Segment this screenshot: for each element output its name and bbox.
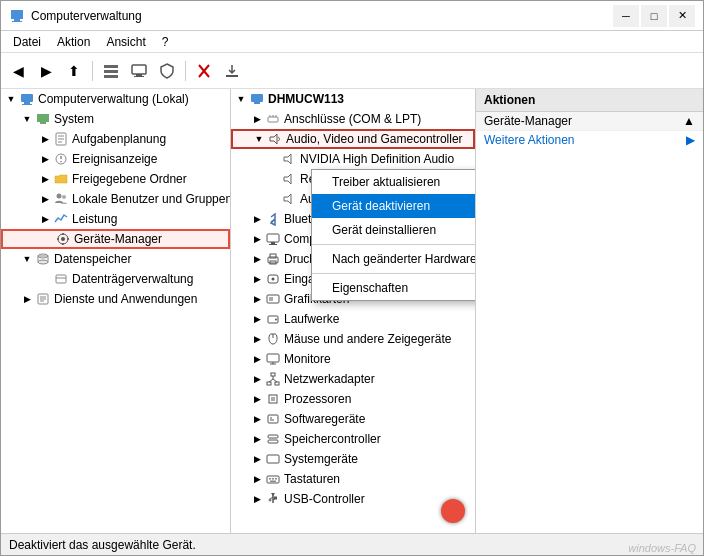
delete-button[interactable] [191, 58, 217, 84]
eingabe-icon [265, 271, 281, 287]
svg-marker-49 [284, 174, 291, 184]
minimize-button[interactable]: ─ [613, 5, 639, 27]
speicher-label: Speichercontroller [284, 432, 381, 446]
left-panel: ▼ Computerverwaltung (Lokal) ▼ System ▶ [1, 89, 231, 533]
ctx-deaktivieren[interactable]: Gerät deaktivieren [312, 194, 476, 218]
maeuse-exp: ▶ [249, 331, 265, 347]
actions-subheader[interactable]: Geräte-Manager ▲ [476, 112, 703, 131]
right-panel: Aktionen Geräte-Manager ▲ Weitere Aktion… [476, 89, 703, 533]
back-button[interactable]: ◀ [5, 58, 31, 84]
aufgaben-expander: ▶ [37, 131, 53, 147]
tree-ereignis[interactable]: ▶ Ereignisanzeige [1, 149, 230, 169]
menu-datei[interactable]: Datei [5, 33, 49, 51]
svg-rect-0 [11, 10, 23, 19]
mid-software[interactable]: ▶ Softwaregeräte [231, 409, 475, 429]
tree-benutzer[interactable]: ▶ Lokale Benutzer und Gruppen [1, 189, 230, 209]
ereignis-icon [53, 151, 69, 167]
mid-maeuse[interactable]: ▶ Mäuse und andere Zeigegeräte [231, 329, 475, 349]
benutzer-expander: ▶ [37, 191, 53, 207]
tree-aufgaben[interactable]: ▶ Aufgabenplanung [1, 129, 230, 149]
menu-help[interactable]: ? [154, 33, 177, 51]
mid-audio[interactable]: ▼ Audio, Video und Gamecontroller [231, 129, 475, 149]
mid-anschluesse[interactable]: ▶ Anschlüsse (COM & LPT) [231, 109, 475, 129]
datentraeger-icon [53, 271, 69, 287]
monitore-label: Monitore [284, 352, 331, 366]
title-bar: Computerverwaltung ─ □ ✕ [1, 1, 703, 31]
watermark: windows-FAQ [628, 542, 696, 554]
sysgeraete-exp: ▶ [249, 451, 265, 467]
svg-rect-8 [134, 76, 144, 77]
context-menu: Treiber aktualisieren Gerät deaktivieren… [311, 169, 476, 301]
tastaturen-icon [265, 471, 281, 487]
tree-root[interactable]: ▼ Computerverwaltung (Lokal) [1, 89, 230, 109]
laufwerke-icon [265, 311, 281, 327]
mid-netzwerk[interactable]: ▶ Netzwerkadapter [231, 369, 475, 389]
tree-datentraeger[interactable]: Datenträgerverwaltung [1, 269, 230, 289]
svg-rect-79 [268, 440, 278, 443]
speicher-icon [265, 431, 281, 447]
mid-root[interactable]: ▼ DHMUCW113 [231, 89, 475, 109]
tastaturen-label: Tastaturen [284, 472, 340, 486]
computer-button[interactable] [126, 58, 152, 84]
netzwerk-label: Netzwerkadapter [284, 372, 375, 386]
software-icon [265, 411, 281, 427]
tree-geraete[interactable]: Geräte-Manager [1, 229, 230, 249]
mid-sysgeraete[interactable]: ▶ Systemgeräte [231, 449, 475, 469]
mid-laufwerke[interactable]: ▶ Laufwerke [231, 309, 475, 329]
mid-usb[interactable]: ▶ USB-Controller [231, 489, 475, 509]
mid-prozessoren[interactable]: ▶ Prozessoren [231, 389, 475, 409]
freigabe-icon [53, 171, 69, 187]
svg-rect-4 [104, 70, 118, 73]
audio-exp: ▼ [251, 131, 267, 147]
ctx-deinstallieren[interactable]: Gerät deinstallieren [312, 218, 476, 242]
tree-system[interactable]: ▼ System [1, 109, 230, 129]
tree-freigabe[interactable]: ▶ Freigegebene Ordner [1, 169, 230, 189]
close-button[interactable]: ✕ [669, 5, 695, 27]
svg-rect-13 [24, 102, 30, 104]
svg-rect-69 [275, 382, 279, 385]
mid-nvidia[interactable]: NVIDIA High Definition Audio [231, 149, 475, 169]
mid-monitore[interactable]: ▶ Monitore [231, 349, 475, 369]
svg-rect-68 [267, 382, 271, 385]
ctx-eigenschaften[interactable]: Eigenschaften [312, 276, 476, 300]
forward-button[interactable]: ▶ [33, 58, 59, 84]
menu-aktion[interactable]: Aktion [49, 33, 98, 51]
ctx-hardware[interactable]: Nach geänderter Hardware su... [312, 247, 476, 271]
svg-point-62 [275, 319, 277, 321]
main-window: Computerverwaltung ─ □ ✕ Datei Aktion An… [0, 0, 704, 556]
show-hide-button[interactable] [98, 58, 124, 84]
usb-exp: ▶ [249, 491, 265, 507]
svg-rect-53 [269, 244, 277, 245]
tree-datenspeicher[interactable]: ▼ Datenspeicher [1, 249, 230, 269]
mid-speicher[interactable]: ▶ Speichercontroller [231, 429, 475, 449]
tree-dienste[interactable]: ▶ Dienste und Anwendungen [1, 289, 230, 309]
leistung-label: Leistung [72, 212, 117, 226]
nvidia-exp [265, 151, 281, 167]
ctx-treiber[interactable]: Treiber aktualisieren [312, 170, 476, 194]
mid-root-label: DHMUCW113 [268, 92, 344, 106]
svg-rect-41 [251, 94, 263, 102]
svg-rect-11 [226, 75, 238, 77]
software-exp: ▶ [249, 411, 265, 427]
maeuse-label: Mäuse und andere Zeigegeräte [284, 332, 451, 346]
laufwerke-label: Laufwerke [284, 312, 339, 326]
svg-rect-60 [269, 297, 273, 301]
svg-rect-82 [269, 478, 271, 480]
computer-icon [265, 231, 281, 247]
ereignis-expander: ▶ [37, 151, 53, 167]
action-weitere[interactable]: Weitere Aktionen ▶ [476, 131, 703, 149]
root-expander: ▼ [3, 91, 19, 107]
export-button[interactable] [219, 58, 245, 84]
middle-panel: ▼ DHMUCW113 ▶ Anschlüsse (COM & LPT) ▼ [231, 89, 476, 533]
geraete-label: Geräte-Manager [74, 232, 162, 246]
menu-ansicht[interactable]: Ansicht [98, 33, 153, 51]
mid-tastaturen[interactable]: ▶ Tastaturen [231, 469, 475, 489]
software-label: Softwaregeräte [284, 412, 365, 426]
up-button[interactable]: ⬆ [61, 58, 87, 84]
maximize-button[interactable]: □ [641, 5, 667, 27]
mid-root-expander: ▼ [233, 91, 249, 107]
svg-rect-12 [21, 94, 33, 102]
security-button[interactable] [154, 58, 180, 84]
tree-leistung[interactable]: ▶ Leistung [1, 209, 230, 229]
aufgaben-label: Aufgabenplanung [72, 132, 166, 146]
